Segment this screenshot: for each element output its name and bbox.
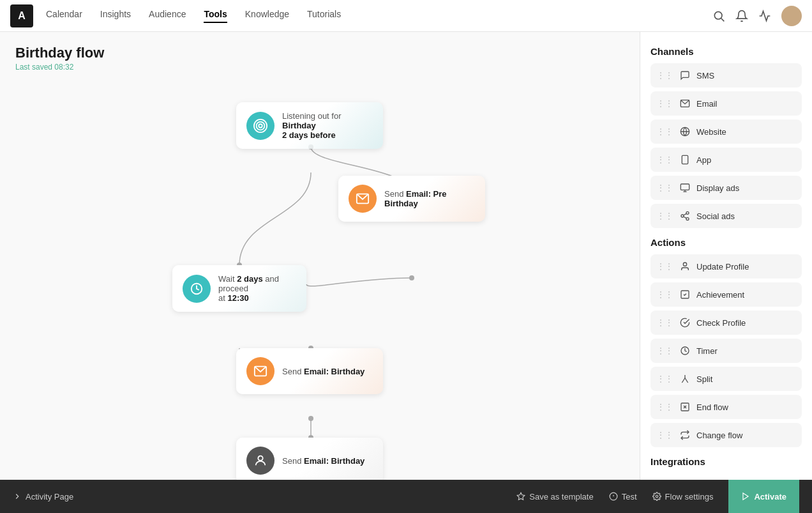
action-end-flow[interactable]: ⋮⋮ End flow bbox=[650, 395, 802, 419]
node-email-birthday2[interactable]: Send Email: Birthday bbox=[236, 438, 383, 480]
wait-node-text: Wait 2 days and proceedat 12:30 bbox=[218, 274, 296, 303]
activate-icon bbox=[741, 492, 750, 501]
website-icon bbox=[679, 125, 691, 138]
sms-label: SMS bbox=[696, 71, 714, 80]
svg-point-0 bbox=[714, 11, 722, 19]
flow-settings-label: Flow settings bbox=[665, 492, 714, 502]
node-email-prebirthday[interactable]: Send Email: Pre Birthday bbox=[338, 176, 485, 222]
action-check-profile[interactable]: ⋮⋮ Check Profile bbox=[650, 310, 802, 335]
change-flow-label: Change flow bbox=[696, 431, 742, 440]
integrations-section-title: Integrations bbox=[650, 456, 802, 467]
bottom-bar: Activity Page Save as template Test Flow… bbox=[0, 480, 812, 513]
action-achievement[interactable]: ⋮⋮ Achievement bbox=[650, 282, 802, 307]
activity-page-button[interactable]: Activity Page bbox=[13, 492, 73, 502]
timer-label: Timer bbox=[696, 346, 718, 356]
email-prebirthday-icon bbox=[349, 185, 377, 213]
nav-audience[interactable]: Audience bbox=[149, 9, 186, 23]
nav-icons bbox=[712, 6, 802, 26]
social-label: Social ads bbox=[696, 211, 735, 221]
birthday2-node-text: Send Email: Birthday bbox=[282, 456, 365, 466]
channel-email[interactable]: ⋮⋮ Email bbox=[650, 91, 802, 116]
nav-tools[interactable]: Tools bbox=[204, 9, 227, 23]
svg-point-9 bbox=[259, 124, 262, 128]
app-logo[interactable]: A bbox=[10, 4, 33, 27]
action-update-profile[interactable]: ⋮⋮ Update Profile bbox=[650, 254, 802, 279]
drag-handle: ⋮⋮ bbox=[657, 211, 673, 220]
node-listening[interactable]: Listening out for Birthday 2 days before bbox=[236, 102, 383, 149]
svg-line-24 bbox=[684, 217, 687, 218]
settings-icon bbox=[652, 492, 661, 501]
email-birthday-icon bbox=[246, 357, 274, 385]
flow-settings-button[interactable]: Flow settings bbox=[652, 492, 714, 502]
node-email-birthday[interactable]: Send Email: Birthday bbox=[236, 348, 383, 394]
drag-handle: ⋮⋮ bbox=[657, 290, 673, 299]
svg-rect-18 bbox=[680, 184, 689, 190]
action-timer[interactable]: ⋮⋮ Timer bbox=[650, 339, 802, 363]
channel-display[interactable]: ⋮⋮ Display ads bbox=[650, 176, 802, 200]
timer-icon bbox=[183, 275, 211, 303]
node-wait[interactable]: Wait 2 days and proceedat 12:30 bbox=[172, 265, 306, 312]
activate-button[interactable]: Activate bbox=[728, 480, 799, 513]
svg-point-21 bbox=[686, 211, 689, 214]
save-template-button[interactable]: Save as template bbox=[516, 492, 593, 502]
svg-point-23 bbox=[686, 218, 689, 220]
person-icon bbox=[246, 447, 274, 475]
test-label: Test bbox=[622, 492, 637, 502]
star-icon bbox=[516, 492, 525, 501]
channel-sms[interactable]: ⋮⋮ SMS bbox=[650, 63, 802, 88]
drag-handle: ⋮⋮ bbox=[657, 318, 673, 327]
actions-section-title: Actions bbox=[650, 237, 802, 248]
flow-canvas[interactable]: Listening out for Birthday 2 days before… bbox=[0, 77, 640, 480]
nav-calendar[interactable]: Calendar bbox=[46, 9, 82, 23]
test-button[interactable]: Test bbox=[609, 492, 637, 502]
svg-point-5 bbox=[409, 275, 414, 280]
main-layout: Birthday flow Last saved 08:32 bbox=[0, 32, 812, 480]
split-label: Split bbox=[696, 374, 712, 384]
listen-icon bbox=[246, 112, 274, 140]
change-flow-icon bbox=[679, 429, 691, 441]
search-icon[interactable] bbox=[712, 10, 725, 22]
split-icon bbox=[679, 372, 691, 385]
svg-line-1 bbox=[721, 18, 725, 21]
prebirthday-node-text: Send Email: Pre Birthday bbox=[384, 189, 475, 208]
drag-handle: ⋮⋮ bbox=[657, 431, 673, 440]
notification-icon[interactable] bbox=[735, 10, 748, 22]
nav-tutorials[interactable]: Tutorials bbox=[307, 9, 341, 23]
flow-canvas-area: Birthday flow Last saved 08:32 bbox=[0, 32, 640, 480]
birthday-node-text: Send Email: Birthday bbox=[282, 367, 365, 376]
drag-handle: ⋮⋮ bbox=[657, 99, 673, 108]
svg-point-26 bbox=[683, 263, 686, 266]
end-flow-icon bbox=[679, 401, 691, 413]
activity-icon[interactable] bbox=[758, 10, 771, 22]
nav-knowledge[interactable]: Knowledge bbox=[245, 9, 289, 23]
achievement-label: Achievement bbox=[696, 290, 744, 300]
main-nav: Calendar Insights Audience Tools Knowled… bbox=[46, 9, 712, 23]
channel-social[interactable]: ⋮⋮ Social ads bbox=[650, 204, 802, 228]
drag-handle: ⋮⋮ bbox=[657, 262, 673, 271]
last-saved: Last saved 08:32 bbox=[15, 63, 624, 72]
drag-handle: ⋮⋮ bbox=[657, 155, 673, 164]
website-label: Website bbox=[696, 127, 726, 137]
drag-handle: ⋮⋮ bbox=[657, 183, 673, 192]
achievement-icon bbox=[679, 288, 691, 301]
drag-handle: ⋮⋮ bbox=[657, 346, 673, 355]
activity-page-label: Activity Page bbox=[26, 492, 73, 502]
check-profile-label: Check Profile bbox=[696, 318, 746, 328]
channel-website[interactable]: ⋮⋮ Website bbox=[650, 119, 802, 144]
canvas-header: Birthday flow Last saved 08:32 bbox=[0, 32, 640, 77]
social-icon bbox=[679, 210, 691, 222]
user-avatar[interactable] bbox=[781, 6, 802, 26]
nav-insights[interactable]: Insights bbox=[100, 9, 131, 23]
action-change-flow[interactable]: ⋮⋮ Change flow bbox=[650, 423, 802, 447]
svg-marker-38 bbox=[743, 493, 748, 500]
timer-action-icon bbox=[679, 344, 691, 357]
app-icon bbox=[679, 153, 691, 166]
end-flow-label: End flow bbox=[696, 402, 728, 412]
save-template-label: Save as template bbox=[529, 492, 593, 502]
action-split[interactable]: ⋮⋮ Split bbox=[650, 367, 802, 391]
svg-marker-33 bbox=[517, 493, 525, 500]
sidebar: Channels ⋮⋮ SMS ⋮⋮ Email ⋮⋮ Website ⋮⋮ bbox=[640, 32, 812, 480]
channel-app[interactable]: ⋮⋮ App bbox=[650, 148, 802, 172]
email-icon bbox=[679, 97, 691, 110]
check-profile-icon bbox=[679, 316, 691, 329]
